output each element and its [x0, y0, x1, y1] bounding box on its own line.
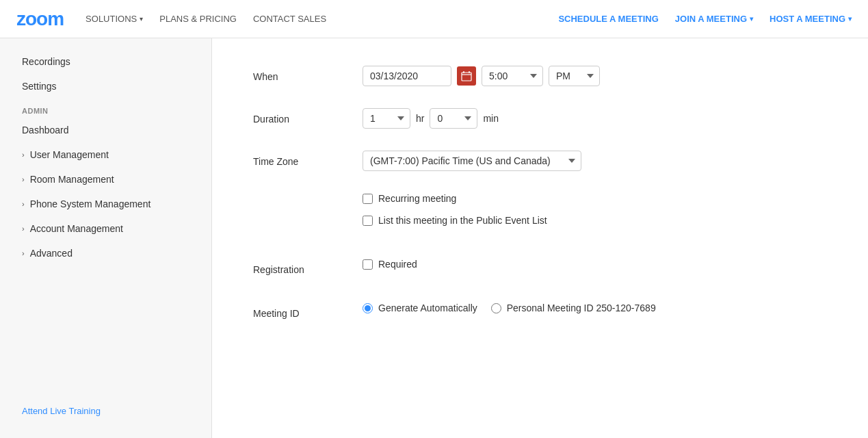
duration-row: Duration 1 2 3 hr 0 15 30 45 min	[253, 108, 827, 129]
svg-rect-0	[462, 73, 471, 81]
when-label: When	[253, 66, 363, 82]
duration-controls: 1 2 3 hr 0 15 30 45 min	[363, 108, 499, 129]
when-row: When 5:00 5:30 6:00 AM	[253, 66, 827, 86]
duration-label: Duration	[253, 108, 363, 125]
personal-id-radio[interactable]	[491, 303, 501, 313]
time-select[interactable]: 5:00 5:30 6:00	[482, 66, 543, 86]
when-controls: 5:00 5:30 6:00 AM PM	[363, 66, 600, 86]
sidebar-item-account-management[interactable]: › Account Management	[0, 216, 211, 241]
logo: zoom	[16, 8, 64, 30]
sidebar-item-phone-system[interactable]: › Phone System Management	[0, 192, 211, 216]
checkboxes-row: Recurring meeting List this meeting in t…	[253, 193, 827, 237]
sidebar-item-dashboard[interactable]: Dashboard	[0, 118, 211, 142]
attend-live-training-link[interactable]: Attend Live Training	[22, 406, 101, 416]
personal-id-radio-row: Personal Meeting ID 250-120-7689	[491, 302, 656, 313]
recurring-label[interactable]: Recurring meeting	[378, 193, 456, 204]
generate-auto-radio-row: Generate Automatically	[363, 302, 477, 313]
sidebar-item-user-management[interactable]: › User Management	[0, 142, 211, 167]
chevron-right-icon: ›	[22, 200, 25, 208]
date-input[interactable]	[363, 66, 451, 86]
nav-host-meeting[interactable]: HOST A MEETING ▾	[770, 14, 852, 24]
duration-hr-select[interactable]: 1 2 3	[363, 108, 410, 129]
nav-solutions[interactable]: SOLUTIONS ▾	[86, 14, 143, 24]
sidebar-item-settings[interactable]: Settings	[0, 74, 211, 99]
meeting-id-label: Meeting ID	[253, 302, 363, 319]
hr-label: hr	[416, 113, 424, 124]
min-label: min	[483, 113, 499, 124]
required-checkbox-row: Required	[363, 259, 417, 270]
sidebar-item-recordings[interactable]: Recordings	[0, 49, 211, 74]
public-event-checkbox-row: List this meeting in the Public Event Li…	[363, 215, 547, 226]
registration-controls: Required	[363, 259, 417, 281]
timezone-controls: (GMT-7:00) Pacific Time (US and Canada) …	[363, 151, 581, 171]
sidebar-item-advanced[interactable]: › Advanced	[0, 241, 211, 266]
chevron-right-icon: ›	[22, 224, 25, 233]
nav-join-meeting[interactable]: JOIN A MEETING ▾	[675, 14, 753, 24]
required-label[interactable]: Required	[378, 259, 417, 270]
nav-schedule-meeting[interactable]: SCHEDULE A MEETING	[558, 14, 658, 24]
personal-id-label[interactable]: Personal Meeting ID 250-120-7689	[507, 302, 656, 313]
checkboxes-spacer	[253, 193, 363, 198]
chevron-right-icon: ›	[22, 249, 25, 257]
layout: Recordings Settings ADMIN Dashboard › Us…	[0, 38, 868, 438]
public-event-label[interactable]: List this meeting in the Public Event Li…	[378, 215, 547, 226]
recurring-checkbox[interactable]	[363, 194, 373, 204]
recurring-checkbox-row: Recurring meeting	[363, 193, 547, 204]
ampm-select[interactable]: AM PM	[549, 66, 600, 86]
required-checkbox[interactable]	[363, 259, 373, 270]
generate-auto-radio[interactable]	[363, 303, 373, 313]
chevron-down-icon: ▾	[140, 15, 143, 23]
chevron-right-icon: ›	[22, 175, 25, 183]
nav-right: SCHEDULE A MEETING JOIN A MEETING ▾ HOST…	[558, 14, 852, 24]
nav-links: SOLUTIONS ▾ PLANS & PRICING CONTACT SALE…	[86, 14, 558, 24]
main-content: When 5:00 5:30 6:00 AM	[212, 38, 868, 438]
sidebar-item-room-management[interactable]: › Room Management	[0, 167, 211, 192]
nav-plans[interactable]: PLANS & PRICING	[159, 14, 237, 24]
sidebar-section-admin: ADMIN	[0, 99, 211, 118]
timezone-row: Time Zone (GMT-7:00) Pacific Time (US an…	[253, 151, 827, 171]
checkboxes-section: Recurring meeting List this meeting in t…	[363, 193, 547, 237]
sidebar: Recordings Settings ADMIN Dashboard › Us…	[0, 38, 212, 438]
calendar-icon[interactable]	[457, 66, 476, 86]
chevron-down-icon: ▾	[848, 15, 852, 23]
registration-label: Registration	[253, 259, 363, 275]
timezone-label: Time Zone	[253, 151, 363, 167]
chevron-right-icon: ›	[22, 151, 25, 159]
generate-auto-label[interactable]: Generate Automatically	[378, 302, 477, 313]
duration-min-select[interactable]: 0 15 30 45	[430, 108, 477, 129]
sidebar-bottom: Attend Live Training	[0, 394, 211, 427]
meeting-id-controls: Generate Automatically Personal Meeting …	[363, 302, 656, 313]
header: zoom SOLUTIONS ▾ PLANS & PRICING CONTACT…	[0, 0, 868, 38]
nav-contact-sales[interactable]: CONTACT SALES	[253, 14, 326, 24]
public-event-checkbox[interactable]	[363, 216, 373, 226]
registration-row: Registration Required	[253, 259, 827, 281]
chevron-down-icon: ▾	[750, 15, 753, 23]
logo-text[interactable]: zoom	[16, 8, 64, 29]
timezone-select[interactable]: (GMT-7:00) Pacific Time (US and Canada) …	[363, 151, 581, 171]
meeting-id-row: Meeting ID Generate Automatically Person…	[253, 302, 827, 319]
